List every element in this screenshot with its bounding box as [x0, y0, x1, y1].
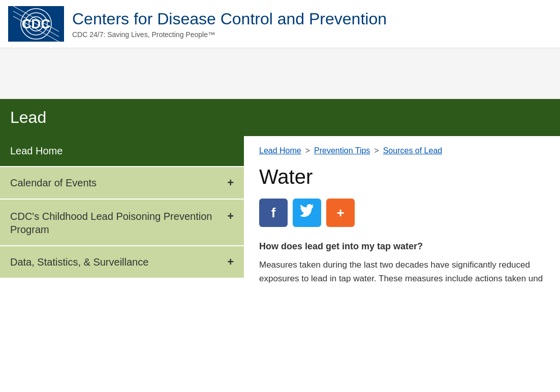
breadcrumb-prevention-tips[interactable]: Prevention Tips	[314, 146, 370, 155]
main-layout: Lead Home Calendar of Events + CDC's Chi…	[0, 136, 560, 339]
header-text: Centers for Disease Control and Preventi…	[72, 9, 387, 39]
ad-banner	[0, 48, 560, 99]
svg-text:CDC: CDC	[22, 16, 51, 31]
facebook-icon: f	[271, 205, 276, 221]
sidebar-calendar-label: Calendar of Events	[10, 176, 221, 189]
article-body: How does lead get into my tap water? Mea…	[259, 239, 545, 285]
site-title: Centers for Disease Control and Preventi…	[72, 9, 387, 28]
sidebar-data-plus-icon: +	[227, 255, 234, 269]
sidebar-clppp-plus-icon: +	[227, 210, 234, 223]
addthis-icon: +	[336, 205, 344, 221]
content-area: Lead Home > Prevention Tips > Sources of…	[244, 136, 560, 339]
section-title: Lead	[10, 108, 550, 127]
site-subtitle: CDC 24/7: Saving Lives, Protecting Peopl…	[72, 30, 387, 39]
sidebar-clppp-label: CDC's Childhood Lead Poisoning Preventio…	[10, 210, 221, 236]
sidebar-lead-home-label: Lead Home	[10, 145, 63, 156]
sidebar-item-calendar[interactable]: Calendar of Events +	[0, 166, 244, 199]
breadcrumb-sources-of-lead[interactable]: Sources of Lead	[383, 146, 443, 155]
sidebar: Lead Home Calendar of Events + CDC's Chi…	[0, 136, 244, 339]
article-answer: Measures taken during the last two decad…	[259, 258, 545, 285]
site-header: CDC Centers for Disease Control and Prev…	[0, 0, 560, 48]
cdc-logo: CDC	[8, 6, 64, 42]
breadcrumb: Lead Home > Prevention Tips > Sources of…	[259, 146, 545, 155]
breadcrumb-lead-home[interactable]: Lead Home	[259, 146, 301, 155]
breadcrumb-sep-1: >	[305, 146, 310, 155]
sidebar-item-data[interactable]: Data, Statistics, & Surveillance +	[0, 245, 244, 278]
sidebar-data-label: Data, Statistics, & Surveillance	[10, 255, 221, 269]
sidebar-item-clppp[interactable]: CDC's Childhood Lead Poisoning Preventio…	[0, 199, 244, 245]
social-buttons: f +	[259, 199, 545, 227]
article-question: How does lead get into my tap water?	[259, 239, 545, 254]
twitter-icon	[300, 204, 314, 222]
breadcrumb-sep-2: >	[374, 146, 379, 155]
sidebar-item-lead-home[interactable]: Lead Home	[0, 136, 244, 166]
twitter-share-button[interactable]	[293, 199, 321, 227]
addthis-share-button[interactable]: +	[326, 199, 355, 227]
sidebar-calendar-plus-icon: +	[227, 176, 234, 189]
page-title: Water	[259, 166, 545, 188]
section-title-bar: Lead	[0, 99, 560, 136]
facebook-share-button[interactable]: f	[259, 199, 288, 227]
